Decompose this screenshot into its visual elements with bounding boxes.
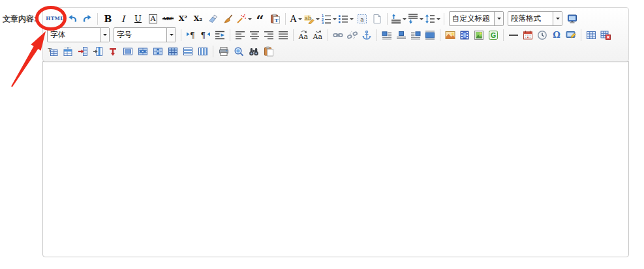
tableRows-icon (183, 46, 193, 57)
split-columns-button[interactable] (196, 44, 209, 59)
merge-cells-button[interactable] (121, 44, 134, 59)
toolbar-separator (230, 29, 230, 41)
superscript-button[interactable]: X² (176, 12, 190, 26)
custom-title-select-label: 自定义标题 (450, 12, 494, 25)
preview-button[interactable] (232, 44, 245, 59)
back-color-button[interactable]: ab (304, 12, 320, 26)
image-float-right-button[interactable] (409, 28, 422, 42)
to-uppercase-button[interactable]: Aa (297, 28, 310, 42)
lineHeight-icon (425, 14, 435, 24)
paste-plain-button[interactable]: T (268, 12, 282, 26)
insert-time-button[interactable] (536, 28, 549, 42)
auto-typeset-button[interactable] (236, 12, 252, 26)
ordered-list-button[interactable]: 123 (321, 12, 337, 26)
insert-row-button[interactable] (76, 44, 89, 59)
annotation-arrow (11, 31, 46, 87)
split-cells-button[interactable] (166, 44, 179, 59)
chevron-down-icon[interactable] (100, 28, 109, 42)
blockquote-button[interactable]: “ (253, 12, 267, 26)
insert-video-button[interactable] (458, 28, 471, 42)
image-block-button[interactable] (423, 28, 437, 42)
paragraph-space-after-button[interactable] (408, 12, 423, 26)
undo-button[interactable] (65, 12, 79, 26)
font-family-select[interactable]: 字体 (47, 27, 110, 42)
paste-button[interactable] (262, 44, 275, 59)
snapscreen-button[interactable] (564, 28, 577, 42)
indent-button[interactable] (213, 28, 226, 42)
unlink-button[interactable] (346, 28, 359, 42)
special-chars-button[interactable]: Ω (550, 28, 563, 42)
table-caption-button[interactable] (61, 44, 74, 59)
html-source-button[interactable]: HTML (46, 12, 64, 26)
paragraph-space-before-button[interactable] (391, 12, 406, 26)
custom-title-select[interactable]: 自定义标题 (449, 11, 504, 26)
align-justify-button[interactable] (277, 28, 290, 42)
fore-color-button[interactable]: A (289, 12, 303, 26)
font-border-button[interactable]: A (146, 12, 160, 26)
select-all-button[interactable]: a (355, 12, 369, 26)
chevron-down-icon (437, 18, 440, 22)
font-size-select[interactable]: 字号 (114, 27, 176, 42)
bold-button[interactable]: B (101, 12, 115, 26)
delete-table-button[interactable] (599, 28, 612, 42)
anchor-button[interactable] (360, 28, 373, 42)
chevron-down-icon (403, 18, 406, 22)
chevron-down-icon[interactable] (166, 28, 176, 42)
print-button[interactable] (217, 44, 230, 59)
merge-right-button[interactable] (136, 44, 149, 59)
map-icon (474, 30, 484, 40)
editor-content-area[interactable] (42, 61, 629, 257)
toolbar-separator (581, 29, 581, 41)
fullscreen-button[interactable] (565, 12, 579, 26)
clear-doc-button[interactable] (370, 12, 384, 26)
insert-table-button[interactable] (585, 28, 598, 42)
chevron-down-icon (333, 18, 337, 22)
format-match-button[interactable] (221, 12, 235, 26)
article-content-label: 文章内容: (3, 14, 37, 25)
remove-format-button[interactable] (206, 12, 220, 26)
insert-column-button[interactable] (91, 44, 104, 59)
chevron-down-icon[interactable] (494, 12, 503, 25)
direction-ltr-button[interactable]: ¶ (185, 28, 198, 42)
paragraph-format-select[interactable]: 段落格式 (508, 11, 562, 26)
to-lowercase-button[interactable]: Aa (311, 28, 324, 42)
chevron-down-icon[interactable] (553, 12, 562, 25)
unordered-list-button[interactable] (338, 12, 354, 26)
tableFull-icon (168, 46, 178, 57)
underline-button[interactable]: U (131, 12, 145, 26)
google-map-button[interactable]: G (487, 28, 500, 42)
align-center-button[interactable] (248, 28, 261, 42)
cleardoc-icon (372, 14, 382, 24)
toolbar-separator (444, 13, 444, 25)
toolbar-separator (328, 29, 328, 41)
subscript-button[interactable]: X₂ (191, 12, 205, 26)
alignRight-icon (264, 30, 274, 40)
image-float-left-button[interactable] (380, 28, 393, 42)
tableCols-icon (198, 46, 208, 57)
line-height-button[interactable] (425, 12, 440, 26)
image-center-button[interactable] (395, 28, 408, 42)
toolbar-separator (97, 13, 98, 25)
align-right-button[interactable] (262, 28, 275, 42)
italic-button[interactable]: I (116, 12, 130, 26)
insert-date-button[interactable] (521, 28, 534, 42)
insert-link-button[interactable] (331, 28, 345, 42)
find-replace-button[interactable] (247, 44, 260, 59)
horizontal-rule-button[interactable] (507, 28, 520, 42)
split-rows-button[interactable] (181, 44, 194, 59)
table-title-button[interactable]: T (46, 44, 59, 59)
tTable-icon: T (48, 46, 58, 57)
strikethrough-button[interactable]: ABC (161, 12, 175, 26)
lower-icon: Aa (313, 30, 323, 40)
alignLeft-icon (235, 30, 245, 40)
link-icon (333, 30, 343, 40)
merge-down-button[interactable] (151, 44, 164, 59)
direction-rtl-button[interactable]: ¶ (199, 28, 212, 42)
insert-image-button[interactable] (444, 28, 457, 42)
align-left-button[interactable] (234, 28, 247, 42)
redo-button[interactable] (80, 12, 94, 26)
underline-glyph: U (134, 14, 142, 23)
font-border-glyph: A (149, 14, 158, 23)
delete-row-column-button[interactable] (106, 44, 119, 59)
insert-map-button[interactable] (472, 28, 485, 42)
